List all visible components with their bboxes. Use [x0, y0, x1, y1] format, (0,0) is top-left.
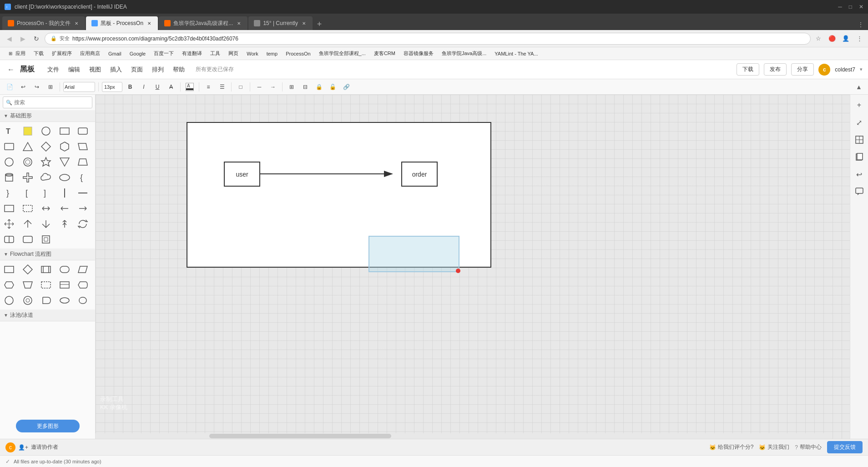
shape-process2[interactable]	[20, 232, 35, 247]
shape-rectangle[interactable]	[57, 124, 72, 138]
bookmark-baidu[interactable]: 百度一下	[150, 49, 177, 59]
canvas-area[interactable]: user	[96, 95, 850, 439]
flowchart-header[interactable]: ▼ Flowchart 流程图	[0, 249, 95, 260]
fc-oval[interactable]	[57, 293, 72, 308]
profile-icon[interactable]: 👤	[841, 34, 851, 44]
fc-oval2[interactable]	[76, 293, 90, 308]
fc-circle2[interactable]	[20, 293, 35, 308]
pool-header[interactable]: ▼ 泳池/泳道	[0, 310, 95, 321]
shape-down-arrow[interactable]	[39, 217, 53, 231]
bookmark-webpage[interactable]: 网页	[225, 49, 242, 59]
shape-pipe[interactable]	[57, 186, 72, 200]
shape-process[interactable]	[2, 232, 16, 247]
shape-bracket-open[interactable]: {	[76, 170, 90, 185]
menu-help[interactable]: 帮助	[169, 64, 188, 76]
fc-rect2[interactable]	[39, 278, 53, 292]
tab-4-close[interactable]: ✕	[301, 20, 307, 26]
menu-edit[interactable]: 编辑	[65, 64, 84, 76]
bookmark-store[interactable]: 应用商店	[76, 49, 104, 59]
shape-bracket-close[interactable]: }	[2, 186, 16, 200]
refresh-button[interactable]: ↻	[31, 33, 42, 44]
bookmark-star-icon[interactable]: ☆	[813, 34, 823, 44]
tab-3-close[interactable]: ✕	[236, 20, 242, 26]
shape-square-bracket-open[interactable]: [	[20, 186, 35, 200]
shape-refresh[interactable]	[76, 217, 90, 231]
bookmark-processon[interactable]: ProcessOn	[282, 49, 314, 59]
shape-rect2[interactable]	[2, 139, 16, 154]
tab-2[interactable]: 黑板 - ProcessOn ✕	[86, 16, 158, 30]
app-back-button[interactable]: ←	[5, 64, 16, 75]
download-button[interactable]: 下载	[737, 63, 759, 76]
shape-style-button[interactable]: □	[235, 81, 247, 93]
link-button[interactable]: 🔗	[340, 81, 352, 93]
align-left-button[interactable]: ≡	[202, 81, 214, 93]
pages-button[interactable]	[853, 150, 866, 164]
shape-4arrows[interactable]	[2, 217, 16, 231]
feedback-button[interactable]: 提交反馈	[827, 441, 863, 453]
shape-yellow-rect[interactable]	[20, 124, 35, 138]
rate-label[interactable]: 给我们评个分?	[718, 443, 754, 451]
font-size-input[interactable]	[102, 82, 122, 92]
ungroup-button[interactable]: ⊟	[299, 81, 311, 93]
menu-insert[interactable]: 插入	[106, 64, 126, 76]
strikethrough-button[interactable]: A̶	[165, 81, 177, 93]
forward-navigation-button[interactable]: ▶	[17, 33, 28, 44]
tab-1[interactable]: ProcessOn - 我的文件 ✕	[2, 16, 85, 30]
menu-view[interactable]: 视图	[86, 64, 105, 76]
menu-arrange[interactable]: 排列	[148, 64, 167, 76]
bookmark-maike[interactable]: 麦客CRM	[370, 49, 399, 59]
scrollbar-thumb[interactable]	[209, 434, 391, 438]
format-button[interactable]: ⊞	[45, 81, 56, 93]
close-button[interactable]: ✕	[859, 4, 863, 10]
fc-delay[interactable]	[39, 293, 53, 308]
undo-sidebar-button[interactable]: ↩	[853, 168, 866, 181]
publish-button[interactable]: 发布	[764, 63, 787, 76]
fc-io[interactable]	[76, 262, 90, 277]
follow-label[interactable]: 关注我们	[767, 443, 789, 451]
user-avatar[interactable]: c	[818, 64, 830, 76]
fc-process[interactable]	[2, 262, 16, 277]
group-button[interactable]: ⊞	[286, 81, 298, 93]
shape-circle2[interactable]	[2, 155, 16, 169]
fc-decision[interactable]	[20, 262, 35, 277]
bookmark-yuban-java[interactable]: 鱼班学院Java高级...	[438, 49, 490, 59]
shape-text[interactable]: T	[2, 124, 16, 138]
shape-star[interactable]	[39, 155, 53, 169]
shape-rect4[interactable]	[20, 201, 35, 216]
bookmark-extensions[interactable]: 扩展程序	[48, 49, 76, 59]
page-icon-btn[interactable]: 📄	[4, 81, 15, 93]
shape-process3[interactable]	[39, 232, 53, 247]
back-navigation-button[interactable]: ◀	[4, 33, 15, 44]
shape-circle3[interactable]	[20, 155, 35, 169]
toolbar-collapse-button[interactable]: ▲	[853, 81, 864, 92]
undo-button[interactable]: ↩	[17, 81, 29, 93]
maximize-button[interactable]: □	[849, 4, 852, 10]
more-shapes-button[interactable]: 更多图形	[16, 420, 80, 432]
fc-display[interactable]	[76, 278, 90, 292]
zoom-in-button[interactable]: +	[853, 98, 866, 112]
shape-square-bracket-close[interactable]: ]	[39, 186, 53, 200]
bookmark-temp[interactable]: temp	[263, 49, 281, 59]
address-input[interactable]: 🔒 安全 https://www.processon.com/diagramin…	[45, 33, 811, 45]
tab-3[interactable]: 鱼班学院Java高级课程... ✕	[159, 16, 247, 30]
shape-trapezoid[interactable]	[76, 155, 90, 169]
shape-diamond[interactable]	[39, 139, 53, 154]
fc-rect3[interactable]	[57, 278, 72, 292]
tab-1-close[interactable]: ✕	[73, 20, 80, 26]
shape-left-arrow[interactable]	[57, 201, 72, 216]
menu-page[interactable]: 页面	[127, 64, 146, 76]
selection-box[interactable]	[368, 236, 459, 272]
shape-lr-arrow[interactable]	[39, 201, 53, 216]
share-button[interactable]: 分享	[791, 63, 814, 76]
shape-up-arrow[interactable]	[20, 217, 35, 231]
shape-parallelogram[interactable]	[76, 139, 90, 154]
menu-file[interactable]: 文件	[44, 64, 63, 76]
horizontal-scrollbar[interactable]	[96, 433, 832, 439]
bookmark-work[interactable]: Work	[243, 49, 262, 59]
fc-terminate[interactable]	[57, 262, 72, 277]
comments-button[interactable]	[853, 185, 866, 198]
extension-icon[interactable]: 🔴	[827, 34, 837, 44]
list-button[interactable]: ☰	[216, 81, 228, 93]
help-label[interactable]: 帮助中心	[800, 443, 822, 451]
shape-oval[interactable]	[57, 170, 72, 185]
